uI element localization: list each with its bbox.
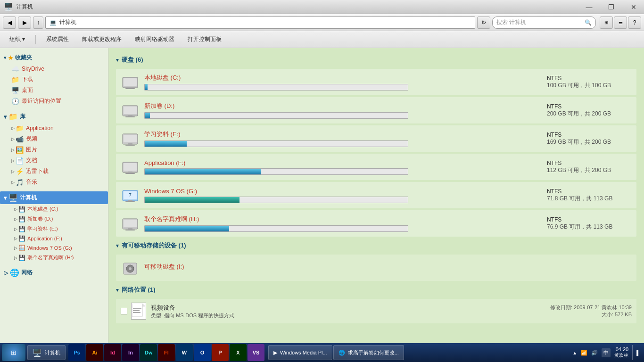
help-button[interactable]: ?: [628, 16, 641, 29]
drive-item-d[interactable]: 新加卷 (D:) NTFS 200 GB 可用，共 200 GB: [116, 97, 636, 123]
taskbar-flash[interactable]: Fl: [158, 344, 175, 361]
downloads-label: 下载: [22, 75, 33, 83]
taskbar-computer[interactable]: 🖥️ 计算机: [27, 345, 66, 360]
sidebar-drive-c[interactable]: ▷ 💾 本地磁盘 (C:): [0, 204, 108, 214]
drive-d-bar-container: [144, 112, 408, 119]
sidebar-drive-d[interactable]: ▷ 💾 新加卷 (D:): [0, 214, 108, 224]
sidebar-item-xunlei[interactable]: ▷ ⚡ 迅雷下载: [0, 166, 108, 177]
taskbar-vs[interactable]: VS: [248, 344, 264, 361]
control-panel-button[interactable]: 打开控制面板: [183, 33, 226, 46]
sidebar-item-recent[interactable]: 🕐 最近访问的位置: [0, 96, 108, 107]
taskbar-powerpoint[interactable]: P: [212, 344, 229, 361]
minimize-button[interactable]: —: [578, 0, 600, 14]
sidebar-item-video[interactable]: ▷ 📹 视频: [0, 133, 108, 144]
sidebar-drive-h[interactable]: ▷ 💾 取个名字真难啊 (H:): [0, 253, 108, 263]
drive-c-bar-container: [144, 84, 408, 90]
removable-header[interactable]: ▾ 有可移动存储的设备 (1): [116, 241, 636, 250]
sidebar-favorites-header[interactable]: ▾ ★ 收藏夹: [0, 52, 108, 64]
drive-item-c[interactable]: 本地磁盘 (C:) NTFS 100 GB 可用，共 100 GB: [116, 69, 636, 95]
sidebar-item-pictures[interactable]: ▷ 🖼️ 图片: [0, 144, 108, 155]
drive-f-name: Application (F:): [144, 159, 537, 166]
sidebar-library-header[interactable]: ▾ 📁 库: [0, 110, 108, 123]
sidebar-drive-e[interactable]: ▷ 💾 学习资料 (E:): [0, 224, 108, 234]
drive-e-bar-container: [144, 140, 408, 147]
volume-icon[interactable]: 🔊: [591, 350, 598, 356]
network-item-info: 视频设备 类型: 指向 MS-DOS 程序的快捷方式: [151, 304, 537, 319]
sidebar-item-application[interactable]: ▷ 📁 Application: [0, 123, 108, 133]
svg-rect-14: [128, 172, 132, 173]
expand-arrow-doc-icon: ▷: [11, 158, 15, 163]
uninstall-button[interactable]: 卸载或更改程序: [77, 33, 126, 46]
sidebar-drive-f[interactable]: ▷ 💾 Application (F:): [0, 234, 108, 243]
sidebar-drive-g[interactable]: ▷ 🪟 Windows 7 OS (G:): [0, 243, 108, 253]
drive-g-fs: NTFS: [547, 188, 632, 195]
taskbar-indesign[interactable]: In: [122, 344, 139, 361]
network-item-video[interactable]: 视频设备 类型: 指向 MS-DOS 程序的快捷方式 修改日期: 2009-07…: [116, 299, 636, 323]
map-drive-button[interactable]: 映射网络驱动器: [130, 33, 179, 46]
library-folder-icon: 📁: [8, 112, 18, 121]
taskbar-word[interactable]: W: [176, 344, 193, 361]
network-content-arrow-icon: ▾: [116, 287, 119, 293]
back-button[interactable]: ◀: [3, 16, 16, 29]
taskbar-excel[interactable]: X: [230, 344, 247, 361]
tray-arrow-icon[interactable]: ▲: [572, 350, 577, 355]
svg-rect-9: [124, 135, 137, 142]
sidebar-computer-header[interactable]: ▾ 🖥️ 计算机: [0, 191, 108, 204]
svg-point-27: [129, 267, 132, 270]
taskbar-dreamweaver[interactable]: Dw: [140, 344, 157, 361]
drive-g-name: Windows 7 OS (G:): [144, 188, 537, 195]
view-button[interactable]: ⊞: [600, 16, 613, 29]
up-button[interactable]: ↑: [33, 16, 43, 29]
drive-item-g[interactable]: 7 Windows 7 OS (G:) NTFS 71.8 GB 可用，共 11…: [116, 182, 636, 208]
recent-label: 最近访问的位置: [22, 97, 61, 105]
close-button[interactable]: ✕: [623, 0, 644, 14]
taskbar-browser[interactable]: 🌐 求高手解答如何更改...: [333, 345, 404, 360]
taskbar-photoshop[interactable]: Ps: [68, 344, 85, 361]
properties-button[interactable]: 系统属性: [41, 33, 74, 46]
start-button[interactable]: ⊞: [2, 344, 25, 361]
pictures-icon: 🖼️: [16, 146, 23, 154]
sidebar-item-downloads[interactable]: 📁 下载: [0, 74, 108, 85]
organize-button[interactable]: 组织 ▾: [5, 33, 30, 46]
network-tray-icon: 📶: [581, 350, 587, 356]
drive-c-label: 本地磁盘 (C:): [27, 206, 58, 213]
title-bar: 🖥️ 计算机 — ❐ ✕: [0, 0, 644, 14]
music-icon: 🎵: [16, 179, 23, 186]
network-arrow-icon: ▷: [4, 270, 8, 276]
taskbar-outlook[interactable]: O: [194, 344, 211, 361]
details-button[interactable]: ☰: [614, 16, 627, 29]
sidebar-item-documents[interactable]: ▷ 📄 文档: [0, 155, 108, 166]
sidebar-item-skydrive[interactable]: ☁️ SkyDrive: [0, 64, 108, 74]
sidebar-item-desktop[interactable]: 🖥️ 桌面: [0, 85, 108, 96]
drive-d-label: 新加卷 (D:): [27, 215, 53, 222]
network-icon: 🌐: [10, 268, 19, 277]
clock-display[interactable]: 04:20 黄欢林: [614, 346, 628, 359]
drive-item-e[interactable]: 学习资料 (E:) NTFS 169 GB 可用，共 200 GB: [116, 125, 636, 152]
show-desktop-icon[interactable]: ▐: [632, 345, 638, 360]
network-item-size: 大小: 572 KB: [537, 311, 632, 318]
restore-button[interactable]: ❐: [601, 0, 622, 14]
hard-drives-title: 硬盘 (6): [122, 56, 143, 64]
taskbar-illustrator[interactable]: Ai: [86, 344, 103, 361]
svg-rect-5: [124, 107, 137, 114]
forward-button[interactable]: ▶: [18, 16, 31, 29]
ime-icon[interactable]: 中: [602, 348, 611, 357]
network-content-header[interactable]: ▾ 网络位置 (1): [116, 286, 636, 294]
address-box[interactable]: 💻 计算机: [45, 16, 475, 29]
hard-drives-header[interactable]: ▾ 硬盘 (6): [116, 56, 636, 64]
drive-h-label: 取个名字真难啊 (H:): [27, 254, 74, 261]
sidebar-item-music[interactable]: ▷ 🎵 音乐: [0, 177, 108, 188]
drive-c-icon-large: [121, 73, 140, 91]
network-item-checkbox[interactable]: [121, 308, 127, 314]
drive-h-icon-large: [121, 214, 140, 233]
time-display: 04:20: [616, 346, 629, 352]
drive-item-h[interactable]: 取个名字真难啊 (H:) NTFS 76.9 GB 可用，共 113 GB: [116, 210, 636, 237]
taskbar-indesign-id[interactable]: Id: [104, 344, 121, 361]
drive-item-f[interactable]: Application (F:) NTFS 112 GB 可用，共 200 GB: [116, 154, 636, 180]
taskbar-media-player[interactable]: ▶ Windows Media Pl...: [268, 345, 332, 360]
sidebar-network-header[interactable]: ▷ 🌐 网络: [0, 266, 108, 279]
refresh-button[interactable]: ↻: [477, 16, 490, 29]
search-box[interactable]: 搜索 计算机 🔍: [492, 16, 596, 29]
removable-item-i[interactable]: 可移动磁盘 (I:): [116, 255, 636, 281]
network-section: ▾ 网络位置 (1) 视频设备 类型: 指向 MS-DOS 程序的快捷: [116, 286, 636, 323]
